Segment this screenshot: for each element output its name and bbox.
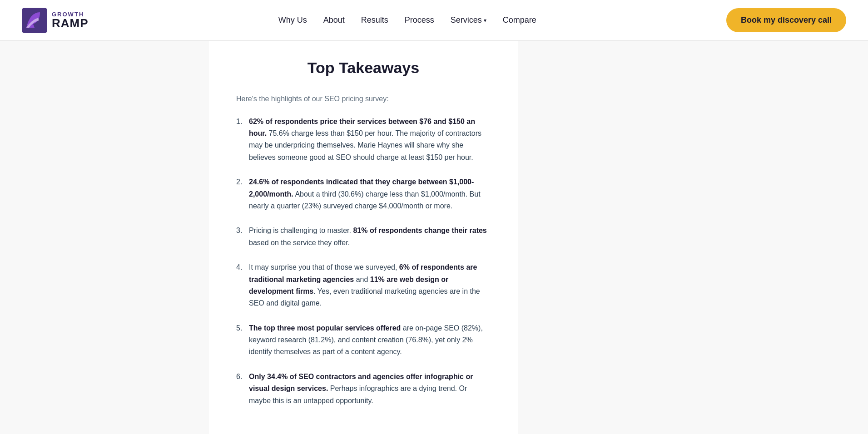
item-content-2: 24.6% of respondents indicated that they…	[249, 176, 491, 212]
nav-item-results[interactable]: Results	[361, 15, 388, 25]
nav-item-services[interactable]: Services ▾	[451, 15, 486, 25]
nav-link-results[interactable]: Results	[361, 15, 388, 25]
nav-link-why-us[interactable]: Why Us	[278, 15, 307, 25]
list-item: The top three most popular services offe…	[236, 322, 491, 358]
nav-link-compare[interactable]: Compare	[503, 15, 536, 25]
logo-ramp-label: RAMP	[52, 17, 89, 29]
item-content-1: 62% of respondents price their services …	[249, 116, 491, 164]
nav-link-process[interactable]: Process	[405, 15, 434, 25]
nav-link-services[interactable]: Services ▾	[451, 15, 486, 25]
logo[interactable]: GROWTH RAMP	[22, 8, 89, 33]
logo-text: GROWTH RAMP	[52, 11, 89, 29]
item-bold-5: The top three most popular services offe…	[249, 324, 401, 332]
nav-item-why-us[interactable]: Why Us	[278, 15, 307, 25]
nav-link-about[interactable]: About	[323, 15, 345, 25]
list-item: Only 34.4% of SEO contractors and agenci…	[236, 371, 491, 407]
nav-item-about[interactable]: About	[323, 15, 345, 25]
chevron-down-icon: ▾	[484, 17, 486, 24]
article-intro: Here's the highlights of our SEO pricing…	[236, 93, 491, 105]
right-sidebar	[518, 41, 609, 434]
page-content: Top Takeaways Here's the highlights of o…	[0, 41, 868, 434]
item-content-6: Only 34.4% of SEO contractors and agenci…	[249, 371, 491, 407]
item-content-4: It may surprise you that of those we sur…	[249, 261, 491, 310]
nav-item-compare[interactable]: Compare	[503, 15, 536, 25]
item-content-3: Pricing is challenging to master. 81% of…	[249, 225, 491, 249]
item-bold-1: 62% of respondents price their services …	[249, 118, 475, 137]
navbar: GROWTH RAMP Why Us About Results Process…	[0, 0, 868, 41]
book-discovery-call-button[interactable]: Book my discovery call	[726, 8, 846, 32]
list-item: It may surprise you that of those we sur…	[236, 261, 491, 310]
takeaway-list: 62% of respondents price their services …	[236, 116, 491, 407]
left-sidebar	[0, 41, 209, 434]
main-article: Top Takeaways Here's the highlights of o…	[209, 41, 518, 434]
item-bold-2: 24.6% of respondents indicated that they…	[249, 178, 474, 197]
item-bold-6: Only 34.4% of SEO contractors and agenci…	[249, 373, 473, 392]
article-title: Top Takeaways	[236, 59, 491, 77]
nav-links: Why Us About Results Process Services ▾ …	[278, 15, 536, 25]
item-content-5: The top three most popular services offe…	[249, 322, 491, 358]
logo-icon	[22, 8, 47, 33]
list-item: 62% of respondents price their services …	[236, 116, 491, 164]
item-bold-3: 81% of respondents change their rates	[353, 227, 486, 234]
list-item: Pricing is challenging to master. 81% of…	[236, 225, 491, 249]
nav-item-process[interactable]: Process	[405, 15, 434, 25]
list-item: 24.6% of respondents indicated that they…	[236, 176, 491, 212]
